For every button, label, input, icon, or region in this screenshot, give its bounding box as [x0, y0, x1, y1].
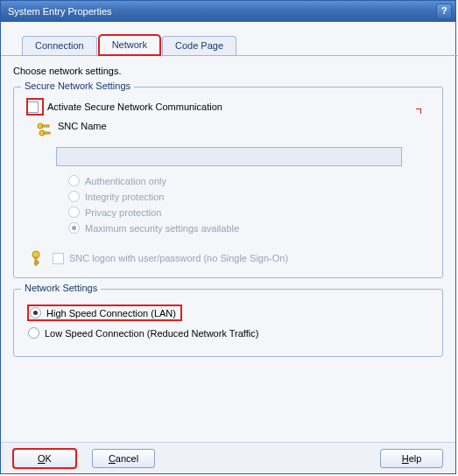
window-title: System Entry Properties — [8, 6, 112, 17]
titlebar: System Entry Properties ? — [1, 1, 455, 22]
secure-network-group: Secure Network Settings Activate Secure … — [13, 87, 443, 278]
svg-rect-7 — [35, 262, 39, 263]
radio-privacy — [68, 206, 80, 218]
activate-snc-label: Activate Secure Network Communication — [47, 102, 222, 112]
help-rest: elp — [409, 453, 422, 464]
content-area: Connection Network Code Page Choose netw… — [1, 31, 455, 357]
activate-snc-checkbox-highlight — [28, 100, 42, 114]
snc-logon-checkbox — [53, 253, 64, 264]
tab-codepage[interactable]: Code Page — [162, 36, 236, 55]
tab-network[interactable]: Network — [99, 35, 160, 55]
radio-high-speed-label: High Speed Connection (LAN) — [46, 308, 176, 318]
svg-rect-4 — [44, 132, 50, 134]
radio-max-security — [68, 222, 80, 234]
snc-logon-label: SNC logon with user/password (no Single … — [69, 253, 288, 263]
instruction-text: Choose network settings. — [13, 66, 455, 76]
titlebar-help-button[interactable]: ? — [436, 4, 452, 19]
radio-high-speed[interactable] — [30, 307, 41, 318]
radio-auth-only — [68, 175, 80, 186]
tab-divider — [1, 55, 458, 56]
panel: Secure Network Settings Activate Secure … — [13, 87, 443, 357]
key-icon — [30, 249, 47, 267]
question-icon: ? — [440, 7, 448, 16]
radio-auth-label: Authentication only — [85, 176, 166, 186]
tab-row: Connection Network Code Page — [22, 31, 455, 55]
ok-button[interactable]: OK — [13, 449, 76, 468]
high-speed-highlight: High Speed Connection (LAN) — [28, 305, 181, 320]
dialog-window: System Entry Properties ? Connection Net… — [0, 0, 456, 474]
key-pair-icon — [35, 121, 53, 138]
radio-max-label: Maximum security settings available — [85, 223, 239, 234]
snc-name-row: SNC Name — [35, 121, 432, 138]
help-underline: H — [402, 453, 409, 464]
activate-snc-row: Activate Secure Network Communication — [28, 100, 432, 114]
radio-privacy-label: Privacy protection — [85, 207, 161, 218]
cancel-rest: ancel — [116, 453, 138, 464]
cancel-underline: C — [109, 453, 116, 464]
cancel-button[interactable]: Cancel — [92, 449, 155, 468]
snc-name-label: SNC Name — [58, 121, 107, 131]
button-bar: OK Cancel Help — [1, 442, 455, 473]
tab-connection[interactable]: Connection — [22, 36, 97, 55]
ok-rest: K — [46, 453, 52, 464]
svg-rect-2 — [42, 125, 49, 127]
activate-snc-checkbox[interactable] — [27, 102, 39, 113]
snc-logon-row: SNC logon with user/password (no Single … — [30, 249, 432, 267]
secure-group-legend: Secure Network Settings — [21, 80, 134, 91]
radio-low-speed[interactable] — [28, 327, 39, 339]
corner-mark-icon — [409, 108, 421, 121]
help-button[interactable]: Help — [380, 449, 443, 468]
radio-integrity-label: Integrity protection — [85, 192, 165, 202]
network-group-legend: Network Settings — [21, 283, 101, 293]
snc-name-input[interactable] — [56, 147, 402, 166]
ok-underline: O — [38, 453, 46, 464]
radio-low-speed-label: Low Speed Connection (Reduced Network Tr… — [45, 328, 258, 339]
network-settings-group: Network Settings High Speed Connection (… — [13, 289, 443, 357]
svg-text:?: ? — [441, 7, 447, 16]
security-level-radios: Authentication only Integrity protection… — [68, 175, 432, 234]
radio-integrity — [68, 191, 80, 202]
